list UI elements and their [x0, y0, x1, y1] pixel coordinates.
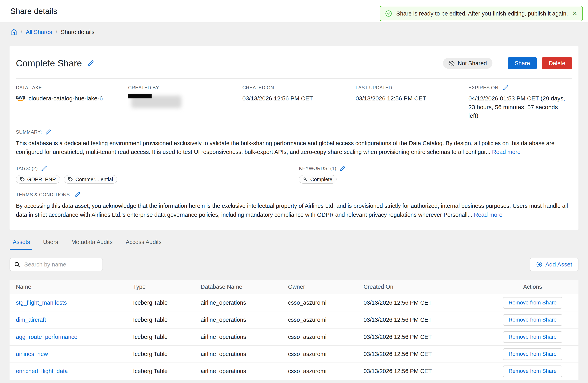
tags-label: TAGS: (2): [16, 166, 38, 171]
breadcrumb-all-shares[interactable]: All Shares: [26, 29, 52, 35]
data-lake-label: DATA LAKE: [16, 85, 128, 90]
close-icon[interactable]: ✕: [572, 11, 577, 17]
column-header-owner: Owner: [288, 284, 363, 290]
summary-section: SUMMARY: This database is a dedicated te…: [16, 129, 572, 157]
column-header-name: Name: [16, 284, 133, 290]
breadcrumb-separator: /: [21, 29, 22, 35]
status-badge-label: Not Shared: [458, 60, 487, 67]
meta-data-lake: DATA LAKE aws cloudera-catalog-hue-lake-…: [16, 85, 128, 120]
check-circle-icon: [385, 10, 392, 17]
edit-title-icon[interactable]: [87, 60, 94, 67]
created-by-redacted-value: [128, 94, 192, 109]
asset-owner: csso_aszuromi: [288, 316, 363, 323]
asset-created-on: 03/13/2026 12:56 PM CET: [363, 316, 499, 323]
terms-read-more-link[interactable]: Read more: [474, 212, 502, 218]
search-box[interactable]: [10, 258, 103, 271]
summary-read-more-link[interactable]: Read more: [492, 149, 521, 155]
page-title: Share details: [10, 7, 57, 16]
asset-name-link[interactable]: dim_aircraft: [16, 316, 133, 323]
card-header: Complete Share Not Shared Share Delete: [16, 51, 572, 79]
asset-name-link[interactable]: enriched_flight_data: [16, 368, 133, 374]
asset-owner: csso_aszuromi: [288, 368, 363, 374]
asset-database: airline_operations: [201, 368, 288, 374]
breadcrumb-separator: /: [56, 29, 57, 35]
asset-database: airline_operations: [201, 351, 288, 357]
table-row: stg_flight_manifests Iceberg Table airli…: [10, 294, 578, 311]
keyword-pill[interactable]: Complete: [299, 175, 336, 183]
table-row: enriched_flight_data Iceberg Table airli…: [10, 363, 578, 380]
asset-database: airline_operations: [201, 316, 288, 323]
vertical-divider: [500, 54, 500, 73]
search-icon: [14, 261, 20, 268]
meta-created-by: CREATED BY:: [128, 85, 242, 120]
add-asset-label: Add Asset: [545, 261, 572, 268]
breadcrumb-current: Share details: [61, 29, 94, 35]
remove-from-share-button[interactable]: Remove from Share: [503, 314, 562, 326]
tags-keywords-row: TAGS: (2) GDPR_PNR Commer....ential KEYW…: [16, 166, 572, 183]
last-updated-value: 03/13/2026 12:56 PM CET: [356, 94, 468, 103]
top-bar: Share details Share is ready to be edite…: [0, 0, 588, 22]
created-by-label: CREATED BY:: [128, 85, 242, 90]
tag-pill[interactable]: GDPR_PNR: [16, 175, 60, 183]
success-toast: Share is ready to be edited. After you f…: [380, 6, 583, 21]
asset-database: airline_operations: [201, 334, 288, 340]
asset-type: Iceberg Table: [133, 316, 201, 323]
expires-on-value: 04/12/2026 01:53 PM CET (29 days, 23 hou…: [468, 94, 572, 120]
tag-label: GDPR_PNR: [27, 176, 56, 182]
column-header-database: Database Name: [201, 284, 288, 290]
asset-type: Iceberg Table: [133, 368, 201, 374]
edit-expires-icon[interactable]: [503, 85, 508, 90]
edit-terms-icon[interactable]: [75, 192, 80, 198]
remove-from-share-button[interactable]: Remove from Share: [503, 365, 562, 377]
meta-expires-on: EXPIRES ON: 04/12/2026 01:53 PM CET (29 …: [468, 85, 572, 120]
share-button[interactable]: Share: [508, 57, 537, 69]
edit-summary-icon[interactable]: [45, 129, 51, 135]
add-asset-button[interactable]: Add Asset: [530, 258, 578, 271]
column-header-actions: Actions: [499, 284, 578, 290]
table-row: agg_route_performance Iceberg Table airl…: [10, 329, 578, 346]
keywords-section: KEYWORDS: (1) Complete: [299, 166, 572, 183]
toast-message: Share is ready to be edited. After you f…: [396, 10, 568, 17]
eye-off-icon: [449, 60, 455, 66]
column-header-type: Type: [133, 284, 201, 290]
keywords-label: KEYWORDS: (1): [299, 166, 336, 171]
search-input[interactable]: [24, 261, 100, 268]
asset-database: airline_operations: [201, 299, 288, 306]
remove-from-share-button[interactable]: Remove from Share: [503, 331, 562, 343]
meta-row: DATA LAKE aws cloudera-catalog-hue-lake-…: [16, 79, 572, 121]
asset-type: Iceberg Table: [133, 334, 201, 340]
plus-circle-icon: [536, 261, 543, 268]
tab-assets[interactable]: Assets: [12, 236, 30, 250]
last-updated-label: LAST UPDATED:: [356, 85, 468, 90]
summary-text: This database is a dedicated testing env…: [16, 140, 554, 155]
edit-keywords-icon[interactable]: [340, 166, 345, 171]
expires-on-label: EXPIRES ON:: [468, 85, 500, 90]
home-icon[interactable]: [10, 29, 17, 35]
tab-access-audits[interactable]: Access Audits: [125, 236, 162, 250]
summary-label: SUMMARY:: [16, 129, 42, 135]
asset-owner: csso_aszuromi: [288, 299, 363, 306]
share-details-card: Complete Share Not Shared Share Delete D…: [10, 46, 578, 230]
tag-pill[interactable]: Commer....ential: [64, 175, 117, 183]
edit-tags-icon[interactable]: [41, 166, 47, 171]
asset-name-link[interactable]: agg_route_performance: [16, 334, 133, 340]
remove-from-share-button[interactable]: Remove from Share: [503, 348, 562, 360]
terms-section: TERMS & CONDITIONS: By accessing this da…: [16, 192, 572, 219]
tab-metadata-audits[interactable]: Metadata Audits: [71, 236, 113, 250]
asset-created-on: 03/13/2026 12:56 PM CET: [363, 334, 499, 340]
asset-name-link[interactable]: airlines_new: [16, 351, 133, 357]
asset-name-link[interactable]: stg_flight_manifests: [16, 299, 133, 306]
table-row: airlines_new Iceberg Table airline_opera…: [10, 346, 578, 363]
created-on-value: 03/13/2026 12:56 PM CET: [242, 94, 356, 103]
meta-created-on: CREATED ON: 03/13/2026 12:56 PM CET: [242, 85, 356, 120]
asset-created-on: 03/13/2026 12:56 PM CET: [363, 368, 499, 374]
tag-label: Commer....ential: [75, 176, 113, 182]
assets-toolbar: Add Asset: [10, 258, 578, 271]
tab-users[interactable]: Users: [43, 236, 59, 250]
delete-button[interactable]: Delete: [542, 57, 572, 69]
aws-logo-icon: aws: [16, 95, 25, 102]
asset-owner: csso_aszuromi: [288, 351, 363, 357]
remove-from-share-button[interactable]: Remove from Share: [503, 297, 562, 309]
table-header-row: Name Type Database Name Owner Created On…: [10, 280, 578, 294]
breadcrumb: / All Shares / Share details: [0, 22, 588, 41]
